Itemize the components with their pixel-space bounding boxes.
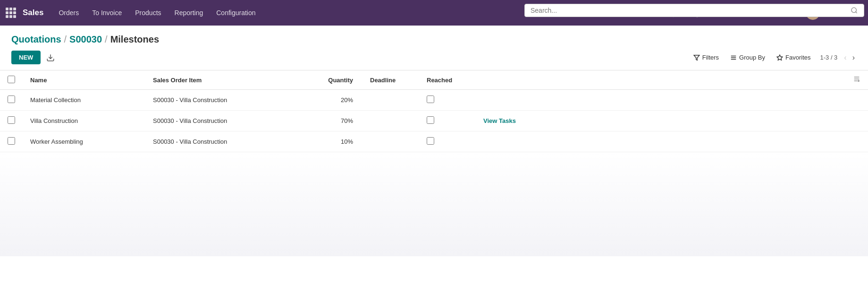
nav-reporting[interactable]: Reporting xyxy=(169,6,209,19)
favorites-label: Favorites xyxy=(785,54,810,61)
row-deadline-0 xyxy=(362,90,419,111)
nav-to-invoice[interactable]: To Invoice xyxy=(86,6,127,19)
row-actions-2 xyxy=(476,131,868,152)
main-content: Quotations / S00030 / Milestones NEW Fil… xyxy=(0,26,868,287)
row-deadline-1 xyxy=(362,111,419,131)
row-checkbox-cell[interactable] xyxy=(0,111,23,131)
pagination-next[interactable]: › xyxy=(851,52,857,63)
milestones-table: Name Sales Order Item Quantity Deadline … xyxy=(0,70,868,152)
table-row: Material Collection S00030 - Villa Const… xyxy=(0,90,868,111)
breadcrumb-milestones: Milestones xyxy=(110,34,159,45)
col-header-deadline: Deadline xyxy=(362,70,419,90)
reached-checkbox-2[interactable] xyxy=(427,137,434,145)
favorites-button[interactable]: Favorites xyxy=(772,52,815,63)
download-button[interactable] xyxy=(44,52,57,64)
row-name-1: Villa Construction xyxy=(23,111,145,131)
col-header-name: Name xyxy=(23,70,145,90)
nav-configuration[interactable]: Configuration xyxy=(211,6,261,19)
select-all-checkbox[interactable] xyxy=(8,76,15,83)
breadcrumb: Quotations / S00030 / Milestones xyxy=(11,34,857,45)
view-tasks-link-1[interactable]: View Tasks xyxy=(483,117,516,124)
page-header: Quotations / S00030 / Milestones xyxy=(0,26,868,45)
row-reached-1[interactable] xyxy=(419,111,476,131)
row-checkbox-cell[interactable] xyxy=(0,90,23,111)
row-checkbox-2[interactable] xyxy=(8,137,15,145)
row-actions-0 xyxy=(476,90,868,111)
col-header-qty: Quantity xyxy=(306,70,362,90)
row-name-2: Worker Assembling xyxy=(23,131,145,152)
col-header-order: Sales Order Item xyxy=(145,70,306,90)
group-by-icon xyxy=(730,54,737,61)
pagination-prev[interactable]: ‹ xyxy=(842,52,848,63)
favorites-icon xyxy=(776,54,783,61)
search-bar xyxy=(524,4,864,17)
empty-area xyxy=(0,152,868,256)
row-reached-2[interactable] xyxy=(419,131,476,152)
col-check-all[interactable] xyxy=(0,70,23,90)
row-checkbox-cell[interactable] xyxy=(0,131,23,152)
search-icon xyxy=(851,7,858,14)
table-settings-icon[interactable] xyxy=(853,75,860,85)
group-by-label: Group By xyxy=(739,54,765,61)
row-qty-0: 20% xyxy=(306,90,362,111)
download-icon xyxy=(46,53,55,62)
svg-marker-10 xyxy=(777,55,783,60)
breadcrumb-sep2: / xyxy=(105,34,108,45)
nav-products[interactable]: Products xyxy=(129,6,167,19)
row-deadline-2 xyxy=(362,131,419,152)
col-header-reached: Reached xyxy=(419,70,476,90)
col-header-actions xyxy=(476,70,868,90)
row-order-1: S00030 - Villa Construction xyxy=(145,111,306,131)
row-checkbox-0[interactable] xyxy=(8,96,15,103)
filters-label: Filters xyxy=(702,54,719,61)
row-qty-2: 10% xyxy=(306,131,362,152)
group-by-button[interactable]: Group By xyxy=(725,52,770,63)
breadcrumb-s00030[interactable]: S00030 xyxy=(69,34,102,45)
row-reached-0[interactable] xyxy=(419,90,476,111)
breadcrumb-sep1: / xyxy=(64,34,67,45)
svg-point-7 xyxy=(851,8,856,12)
row-qty-1: 70% xyxy=(306,111,362,131)
row-order-2: S00030 - Villa Construction xyxy=(145,131,306,152)
row-name-0: Material Collection xyxy=(23,90,145,111)
app-grid-icon[interactable] xyxy=(6,8,16,18)
toolbar-right: Filters Group By Favorites 1-3 / 3 ‹ › xyxy=(689,52,857,63)
filters-button[interactable]: Filters xyxy=(689,52,724,63)
svg-point-14 xyxy=(858,80,860,82)
pagination-text: 1-3 / 3 xyxy=(820,54,837,61)
reached-checkbox-1[interactable] xyxy=(427,116,434,124)
reached-checkbox-0[interactable] xyxy=(427,96,434,103)
breadcrumb-quotations[interactable]: Quotations xyxy=(11,34,61,45)
table-row: Villa Construction S00030 - Villa Constr… xyxy=(0,111,868,131)
svg-marker-9 xyxy=(694,55,699,60)
row-order-0: S00030 - Villa Construction xyxy=(145,90,306,111)
row-actions-1: View Tasks xyxy=(476,111,868,131)
row-checkbox-1[interactable] xyxy=(8,116,15,124)
filter-icon xyxy=(693,54,700,61)
table-header-row: Name Sales Order Item Quantity Deadline … xyxy=(0,70,868,90)
table-body: Material Collection S00030 - Villa Const… xyxy=(0,90,868,152)
nav-orders[interactable]: Orders xyxy=(53,6,84,19)
app-title[interactable]: Sales xyxy=(23,8,43,17)
toolbar: NEW Filters Group By Favorites 1-3 / 3 ‹… xyxy=(0,45,868,70)
new-button[interactable]: NEW xyxy=(11,51,41,64)
table-row: Worker Assembling S00030 - Villa Constru… xyxy=(0,131,868,152)
search-input[interactable] xyxy=(531,7,851,14)
